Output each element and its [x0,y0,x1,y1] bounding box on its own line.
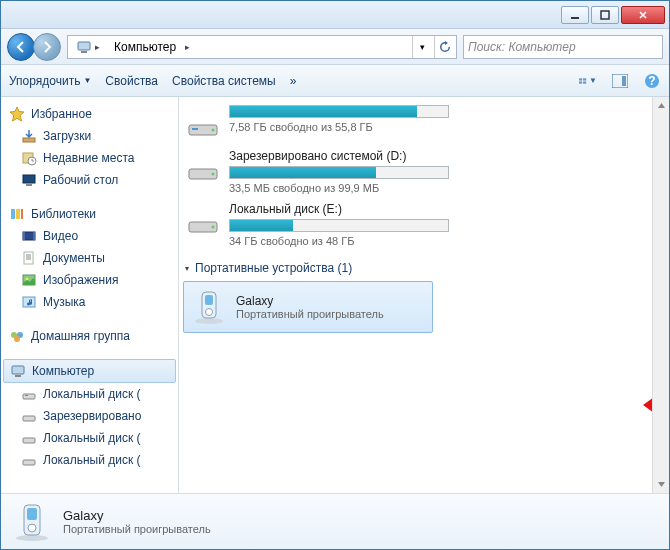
drive-item[interactable]: Локальный диск (E:) 34 ГБ свободно из 48… [183,198,644,251]
refresh-button[interactable] [434,36,454,58]
svg-rect-2 [78,42,90,50]
svg-rect-21 [23,232,25,240]
drive-free-text: 7,58 ГБ свободно из 55,8 ГБ [229,121,489,133]
scroll-down[interactable] [653,476,669,493]
svg-rect-22 [33,232,35,240]
svg-rect-34 [23,416,35,421]
svg-point-43 [212,226,215,229]
content-pane: 7,58 ГБ свободно из 55,8 ГБ Зарезервиров… [179,97,652,493]
svg-rect-33 [25,395,28,396]
sidebar-drive-c[interactable]: Локальный диск ( [1,383,178,405]
sidebar-video[interactable]: Видео [1,225,178,247]
svg-rect-6 [579,81,582,83]
view-options-button[interactable]: ▼ [579,72,597,90]
drive-icon [21,452,37,468]
breadcrumb-seg[interactable]: Компьютер [114,40,176,54]
drive-free-text: 33,5 МБ свободно из 99,9 МБ [229,182,489,194]
svg-rect-5 [583,78,586,80]
organize-button[interactable]: Упорядочить▼ [9,74,91,88]
search-input[interactable]: Поиск: Компьютер [463,35,663,59]
properties-button[interactable]: Свойства [105,74,158,88]
drive-icon [21,386,37,402]
documents-icon [21,250,37,266]
drive-icon [21,408,37,424]
svg-rect-1 [601,11,609,19]
computer-small-icon [76,39,92,55]
svg-rect-30 [12,366,24,374]
forward-button[interactable] [33,33,61,61]
device-galaxy[interactable]: Galaxy Портативный проигрыватель [183,281,433,333]
sidebar-favorites[interactable]: Избранное [1,103,178,125]
sidebar-computer[interactable]: Компьютер [3,359,176,383]
drive-icon [21,430,37,446]
sidebar-music[interactable]: Музыка [1,291,178,313]
svg-point-47 [206,309,213,316]
svg-rect-12 [23,138,35,142]
svg-rect-32 [23,394,35,399]
svg-point-51 [28,524,36,532]
overflow-button[interactable]: » [290,74,297,88]
drive-item[interactable]: 7,58 ГБ свободно из 55,8 ГБ [183,101,644,145]
svg-rect-46 [205,295,213,305]
minimize-button[interactable] [561,6,589,24]
sidebar-downloads[interactable]: Загрузки [1,125,178,147]
help-button[interactable]: ? [643,72,661,90]
svg-rect-36 [23,460,35,465]
maximize-button[interactable] [591,6,619,24]
svg-rect-3 [81,51,87,53]
music-icon [21,294,37,310]
scroll-up[interactable] [653,97,669,114]
svg-rect-35 [23,438,35,443]
sidebar-drive-e[interactable]: Локальный диск ( [1,427,178,449]
svg-text:?: ? [648,74,655,88]
address-dropdown[interactable]: ▾ [412,36,432,58]
svg-rect-31 [15,375,21,377]
back-button[interactable] [7,33,35,61]
star-icon [9,106,25,122]
sidebar-desktop[interactable]: Рабочий стол [1,169,178,191]
drive-large-icon [185,105,221,141]
content-scrollbar[interactable] [652,97,669,493]
svg-rect-50 [27,508,37,520]
svg-rect-38 [192,128,198,130]
svg-point-29 [14,336,20,342]
toolbar: Упорядочить▼ Свойства Свойства системы »… [1,65,669,97]
titlebar [1,1,669,29]
svg-rect-19 [21,209,23,219]
drive-free-text: 34 ГБ свободно из 48 ГБ [229,235,489,247]
system-properties-button[interactable]: Свойства системы [172,74,276,88]
drive-name: Локальный диск (E:) [229,202,489,216]
svg-point-44 [195,318,223,324]
portable-devices-header[interactable]: ▾Портативные устройства (1) [185,261,644,275]
sidebar: Избранное Загрузки Недавние места Рабочи… [1,97,179,493]
search-placeholder: Поиск: Компьютер [468,40,576,54]
details-pane: Galaxy Портативный проигрыватель [1,493,669,549]
video-icon [21,228,37,244]
nav-row: ▸ Компьютер ▸ ▾ Поиск: Компьютер [1,29,669,65]
device-name: Galaxy [236,294,384,308]
svg-rect-4 [579,78,582,80]
sidebar-drive-d[interactable]: Зарезервировано [1,405,178,427]
sidebar-libraries[interactable]: Библиотеки [1,203,178,225]
explorer-window: ▸ Компьютер ▸ ▾ Поиск: Компьютер Упорядо… [0,0,670,550]
desktop-icon [21,172,37,188]
close-button[interactable] [621,6,665,24]
svg-rect-0 [571,17,579,19]
address-bar[interactable]: ▸ Компьютер ▸ ▾ [67,35,457,59]
svg-rect-18 [16,209,20,219]
drive-item[interactable]: Зарезервировано системой (D:) 33,5 МБ св… [183,145,644,198]
svg-rect-7 [583,81,586,83]
svg-rect-16 [26,184,32,186]
details-sub: Портативный проигрыватель [63,523,211,535]
sidebar-drive-f[interactable]: Локальный диск ( [1,449,178,471]
sidebar-recent[interactable]: Недавние места [1,147,178,169]
annotation-arrow [643,390,652,423]
drive-large-icon [185,149,221,185]
sidebar-homegroup[interactable]: Домашняя группа [1,325,178,347]
sidebar-documents[interactable]: Документы [1,247,178,269]
svg-rect-17 [11,209,15,219]
sidebar-pictures[interactable]: Изображения [1,269,178,291]
media-player-icon [11,501,53,543]
pictures-icon [21,272,37,288]
preview-pane-button[interactable] [611,72,629,90]
